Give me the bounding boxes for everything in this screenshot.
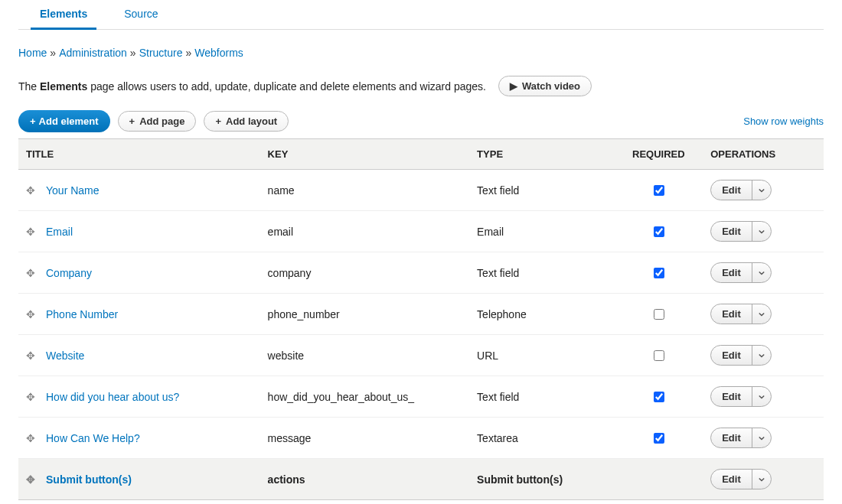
table-row: ✥How did you hear about us?how_did_you_h… — [18, 376, 824, 418]
drag-handle-icon[interactable]: ✥ — [26, 226, 35, 238]
drag-handle-icon[interactable]: ✥ — [26, 267, 35, 279]
primary-tabs: ElementsSource — [18, 0, 824, 30]
table-row: ✥Your NamenameText fieldEdit — [18, 170, 824, 211]
add-page-button[interactable]: + Add page — [118, 111, 197, 132]
edit-button[interactable]: Edit — [711, 470, 752, 489]
edit-dropbutton[interactable]: Edit — [710, 345, 772, 366]
chevron-down-icon — [759, 187, 765, 193]
edit-dropbutton[interactable]: Edit — [710, 180, 772, 200]
col-key: KEY — [260, 139, 470, 170]
element-type: Textarea — [469, 418, 614, 459]
col-title: TITLE — [18, 139, 260, 170]
table-row: ✥CompanycompanyText fieldEdit — [18, 252, 824, 294]
edit-dropbutton[interactable]: Edit — [710, 304, 772, 324]
col-type: TYPE — [469, 139, 614, 170]
edit-button[interactable]: Edit — [711, 304, 752, 324]
element-title-link[interactable]: Phone Number — [46, 308, 118, 320]
edit-dropbutton[interactable]: Edit — [710, 386, 772, 407]
table-row: ✥WebsitewebsiteURLEdit — [18, 335, 824, 376]
element-type: Submit button(s) — [469, 459, 614, 500]
description-text: The Elements page allows users to add, u… — [18, 80, 486, 93]
dropdown-caret[interactable] — [752, 470, 771, 489]
element-key: name — [260, 170, 470, 211]
required-checkbox[interactable] — [654, 185, 664, 196]
breadcrumb-link[interactable]: Administration — [59, 47, 127, 59]
element-type: Text field — [469, 376, 614, 418]
chevron-down-icon — [759, 476, 765, 483]
element-type: Text field — [469, 170, 614, 211]
edit-dropbutton[interactable]: Edit — [710, 221, 772, 242]
chevron-down-icon — [759, 270, 765, 276]
plus-icon: + — [30, 115, 36, 127]
play-icon: ▶ — [510, 80, 517, 92]
elements-tbody: ✥Your NamenameText fieldEdit✥EmailemailE… — [18, 170, 824, 500]
action-row: + Add element + Add page + Add layout Sh… — [18, 110, 824, 132]
edit-button[interactable]: Edit — [711, 387, 752, 406]
chevron-down-icon — [759, 435, 765, 441]
chevron-down-icon — [759, 311, 765, 317]
element-key: website — [260, 335, 470, 376]
chevron-down-icon — [759, 229, 765, 235]
breadcrumb: Home»Administration»Structure»Webforms — [18, 30, 824, 68]
required-checkbox[interactable] — [654, 433, 664, 444]
table-row: ✥EmailemailEmailEdit — [18, 211, 824, 252]
dropdown-caret[interactable] — [752, 346, 771, 365]
element-title-link[interactable]: How Can We Help? — [46, 432, 140, 444]
element-key: company — [260, 252, 470, 294]
element-title-link[interactable]: Submit button(s) — [46, 473, 132, 486]
edit-button[interactable]: Edit — [711, 263, 752, 282]
drag-handle-icon[interactable]: ✥ — [26, 308, 35, 320]
edit-dropbutton[interactable]: Edit — [710, 262, 772, 283]
dropdown-caret[interactable] — [752, 263, 771, 282]
watch-video-label: Watch video — [522, 80, 580, 92]
watch-video-button[interactable]: ▶ Watch video — [498, 76, 592, 96]
dropdown-caret[interactable] — [752, 222, 771, 241]
drag-handle-icon[interactable]: ✥ — [26, 473, 35, 486]
dropdown-caret[interactable] — [752, 428, 771, 447]
table-row-actions: ✥Submit button(s)actionsSubmit button(s)… — [18, 459, 824, 500]
dropdown-caret[interactable] — [752, 387, 771, 406]
element-key: actions — [260, 459, 470, 500]
required-checkbox[interactable] — [654, 226, 664, 237]
dropdown-caret[interactable] — [752, 180, 771, 200]
element-type: URL — [469, 335, 614, 376]
edit-button[interactable]: Edit — [711, 428, 752, 447]
edit-dropbutton[interactable]: Edit — [710, 469, 772, 489]
add-layout-button[interactable]: + Add layout — [204, 111, 289, 132]
required-checkbox[interactable] — [654, 309, 664, 320]
drag-handle-icon[interactable]: ✥ — [26, 432, 35, 444]
drag-handle-icon[interactable]: ✥ — [26, 184, 35, 197]
drag-handle-icon[interactable]: ✥ — [26, 391, 35, 403]
tab-source[interactable]: Source — [124, 0, 158, 29]
edit-button[interactable]: Edit — [711, 346, 752, 365]
dropdown-caret[interactable] — [752, 304, 771, 324]
element-title-link[interactable]: Your Name — [46, 184, 100, 197]
edit-button[interactable]: Edit — [711, 222, 752, 241]
element-key: phone_number — [260, 294, 470, 335]
plus-icon: + — [129, 115, 135, 127]
element-title-link[interactable]: Company — [46, 267, 92, 279]
element-title-link[interactable]: Email — [46, 226, 73, 238]
element-title-link[interactable]: Website — [46, 350, 84, 362]
required-checkbox[interactable] — [654, 392, 664, 402]
edit-dropbutton[interactable]: Edit — [710, 428, 772, 448]
required-checkbox[interactable] — [654, 350, 664, 361]
element-type: Email — [469, 211, 614, 252]
description-row: The Elements page allows users to add, u… — [18, 76, 824, 96]
elements-table: TITLE KEY TYPE REQUIRED OPERATIONS ✥Your… — [18, 138, 824, 500]
required-checkbox[interactable] — [654, 268, 664, 278]
breadcrumb-link[interactable]: Structure — [139, 47, 183, 59]
element-title-link[interactable]: How did you hear about us? — [46, 391, 179, 403]
drag-handle-icon[interactable]: ✥ — [26, 350, 35, 362]
element-key: email — [260, 211, 470, 252]
edit-button[interactable]: Edit — [711, 180, 752, 200]
tab-elements[interactable]: Elements — [40, 0, 87, 29]
breadcrumb-link[interactable]: Webforms — [194, 47, 243, 59]
show-row-weights-link[interactable]: Show row weights — [743, 115, 824, 127]
chevron-down-icon — [759, 394, 765, 400]
element-key: message — [260, 418, 470, 459]
chevron-down-icon — [759, 353, 765, 359]
breadcrumb-link[interactable]: Home — [18, 47, 47, 59]
add-element-button[interactable]: + Add element — [18, 110, 110, 132]
element-type: Telephone — [469, 294, 614, 335]
